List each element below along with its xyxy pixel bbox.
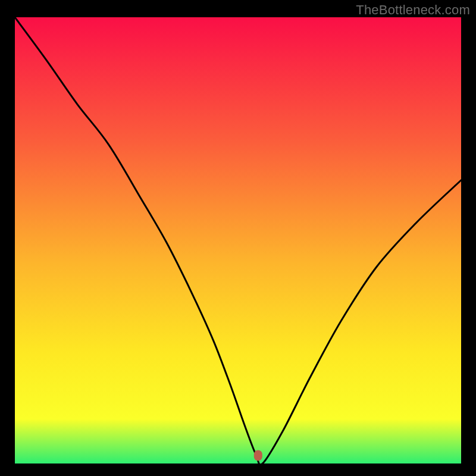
optimum-marker xyxy=(254,450,262,461)
gradient-background xyxy=(15,17,461,464)
chart-frame: TheBottleneck.com xyxy=(0,0,476,476)
plot-area xyxy=(15,17,461,464)
chart-svg xyxy=(15,17,461,464)
watermark-text: TheBottleneck.com xyxy=(356,2,470,18)
